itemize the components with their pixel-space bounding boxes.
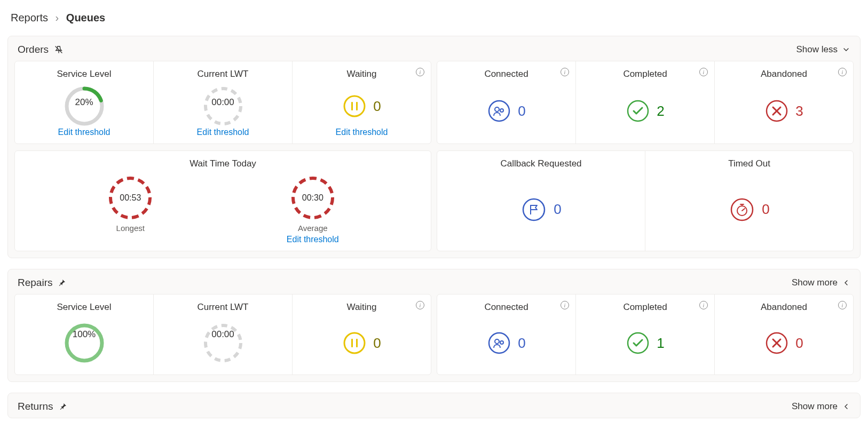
queue-title-orders: Orders xyxy=(18,44,64,55)
flag-circle-icon xyxy=(520,196,547,223)
queue-panel-repairs: Repairs Show more Service Level xyxy=(7,269,861,382)
toggle-label: Show more xyxy=(792,401,838,412)
stopwatch-circle-icon xyxy=(729,196,755,223)
card-abandoned: Abandoned i 3 xyxy=(715,61,853,144)
card-waiting: Waiting i 0 xyxy=(293,294,431,375)
card-title: Abandoned xyxy=(761,69,807,79)
card-current-lwt: Current LWT 00:00 xyxy=(154,294,293,375)
svg-point-8 xyxy=(500,109,503,112)
queue-title-label: Returns xyxy=(18,401,53,412)
card-title: Connected xyxy=(484,302,528,313)
card-title: Timed Out xyxy=(728,158,770,169)
info-icon[interactable]: i xyxy=(699,301,708,309)
breadcrumb: Reports › Queues xyxy=(0,0,868,36)
queue-title-label: Repairs xyxy=(18,277,52,289)
check-circle-icon xyxy=(626,331,650,355)
card-completed: Completed i 2 xyxy=(576,61,715,144)
info-icon[interactable]: i xyxy=(561,68,569,76)
card-wait-time-today: Wait Time Today 00:53 Longest xyxy=(15,151,431,251)
queue-title-label: Orders xyxy=(18,44,49,55)
card-service-level: Service Level 100% xyxy=(15,294,154,375)
show-less-toggle[interactable]: Show less xyxy=(796,44,850,55)
lwt-gauge-icon: 00:00 xyxy=(202,322,244,364)
show-more-toggle[interactable]: Show more xyxy=(792,401,850,412)
connected-value: 0 xyxy=(518,103,525,120)
longest-wait-value: 00:53 xyxy=(107,174,154,221)
waiting-value: 0 xyxy=(373,98,381,115)
unpin-icon[interactable] xyxy=(54,45,64,54)
card-title: Completed xyxy=(623,69,667,79)
card-abandoned: Abandoned i 0 xyxy=(715,294,853,375)
connected-value: 0 xyxy=(518,335,525,352)
queue-panel-returns: Returns Show more xyxy=(7,393,861,418)
chevron-right-icon: › xyxy=(56,12,59,23)
completed-value: 2 xyxy=(657,103,664,120)
lwt-gauge-icon: 00:00 xyxy=(202,85,244,128)
pause-icon xyxy=(342,331,367,355)
longest-wait-gauge-icon: 00:53 xyxy=(107,174,154,221)
card-current-lwt: Current LWT 00:00 Edit threshold xyxy=(154,61,293,144)
chevron-left-icon xyxy=(842,402,850,411)
svg-rect-20 xyxy=(356,339,358,347)
info-icon[interactable]: i xyxy=(838,68,847,76)
info-icon[interactable]: i xyxy=(561,301,569,309)
chevron-left-icon xyxy=(842,278,850,287)
info-icon[interactable]: i xyxy=(416,68,424,76)
svg-point-3 xyxy=(344,96,365,116)
check-circle-icon xyxy=(626,99,650,123)
info-icon[interactable]: i xyxy=(416,301,424,309)
x-circle-icon xyxy=(764,99,789,123)
queue-title-repairs: Repairs xyxy=(18,277,66,289)
waiting-value: 0 xyxy=(373,335,381,352)
svg-rect-4 xyxy=(351,102,353,110)
card-title: Callback Requested xyxy=(500,158,581,169)
average-label: Average xyxy=(298,224,328,233)
card-service-level: Service Level 20% Edit threshold xyxy=(15,61,154,144)
pause-icon xyxy=(342,94,367,118)
service-level-value: 100% xyxy=(15,294,153,375)
breadcrumb-parent[interactable]: Reports xyxy=(11,12,48,23)
people-icon xyxy=(487,331,511,355)
x-circle-icon xyxy=(764,331,789,355)
info-icon[interactable]: i xyxy=(838,301,847,309)
edit-threshold-link[interactable]: Edit threshold xyxy=(287,235,339,244)
lwt-value: 00:00 xyxy=(154,61,292,144)
toggle-label: Show less xyxy=(796,44,838,55)
service-level-value: 20% xyxy=(15,61,153,144)
svg-rect-5 xyxy=(356,102,358,110)
info-icon[interactable]: i xyxy=(699,68,708,76)
breadcrumb-current: Queues xyxy=(66,12,105,23)
card-title: Completed xyxy=(623,302,667,313)
completed-value: 1 xyxy=(657,335,664,352)
average-wait-gauge-icon: 00:30 xyxy=(289,174,336,221)
pin-icon[interactable] xyxy=(59,402,67,411)
svg-point-23 xyxy=(500,341,503,344)
service-level-gauge-icon: 100% xyxy=(63,322,106,364)
people-icon xyxy=(487,99,511,123)
pin-icon[interactable] xyxy=(58,278,66,287)
svg-point-22 xyxy=(495,339,499,344)
lwt-value: 00:00 xyxy=(154,294,292,375)
card-title: Waiting xyxy=(346,302,376,313)
card-title: Waiting xyxy=(346,69,376,79)
svg-point-7 xyxy=(495,107,499,111)
show-more-toggle[interactable]: Show more xyxy=(792,277,850,288)
card-timed-out: Timed Out 0 xyxy=(645,151,853,251)
card-title: Wait Time Today xyxy=(190,158,256,169)
card-title: Connected xyxy=(484,69,528,79)
svg-rect-19 xyxy=(351,339,353,347)
svg-point-18 xyxy=(344,333,365,353)
service-level-gauge-icon: 20% xyxy=(63,85,106,128)
svg-point-14 xyxy=(731,199,753,220)
toggle-label: Show more xyxy=(792,277,838,288)
edit-threshold-link[interactable]: Edit threshold xyxy=(336,128,388,137)
chevron-down-icon xyxy=(842,45,850,54)
card-connected: Connected i 0 xyxy=(437,61,576,144)
timed-out-value: 0 xyxy=(762,201,769,218)
card-waiting: Waiting i 0 Edit threshold xyxy=(293,61,431,144)
card-completed: Completed i 1 xyxy=(576,294,715,375)
abandoned-value: 0 xyxy=(795,335,803,352)
card-callback-requested: Callback Requested 0 xyxy=(437,151,645,251)
queue-panel-orders: Orders Show less Service Level xyxy=(7,36,861,258)
queue-title-returns: Returns xyxy=(18,401,67,412)
